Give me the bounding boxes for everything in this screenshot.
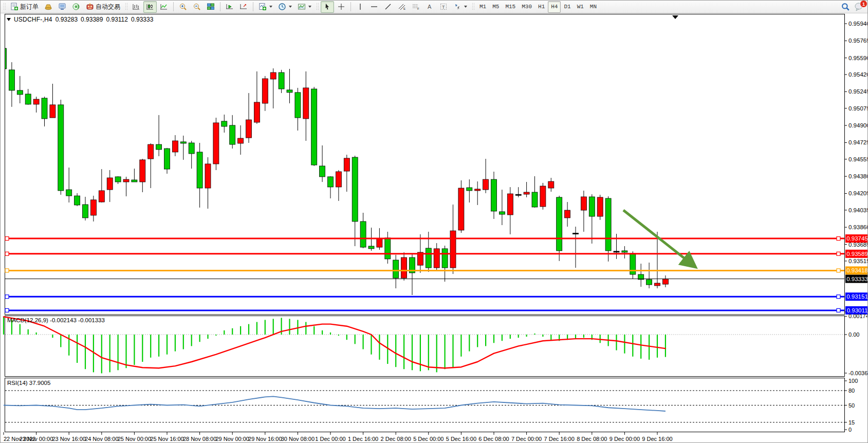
candle-body[interactable] [189, 143, 194, 154]
candle-body[interactable] [352, 157, 358, 222]
candle-body[interactable] [475, 189, 481, 191]
auto-scroll-button[interactable] [223, 1, 236, 13]
metaeditor-button[interactable] [42, 1, 55, 13]
line-handle[interactable] [837, 269, 840, 272]
candle-body[interactable] [434, 249, 439, 268]
candle-body[interactable] [515, 194, 521, 195]
candle-body[interactable] [507, 194, 513, 215]
tile-windows-button[interactable] [204, 1, 217, 13]
candle-body[interactable] [140, 160, 145, 182]
candle-body[interactable] [33, 99, 39, 104]
timeframe-button-h1[interactable]: H1 [535, 1, 548, 13]
line-handle[interactable] [5, 269, 9, 272]
candle-body[interactable] [156, 144, 162, 150]
line-handle[interactable] [837, 252, 840, 255]
candle-body[interactable] [262, 79, 268, 103]
line-chart-type-button[interactable] [157, 1, 171, 13]
candle-body[interactable] [328, 177, 334, 187]
line-handle[interactable] [837, 308, 840, 312]
candle-body[interactable] [597, 197, 603, 216]
chart-shift-button[interactable] [237, 1, 250, 13]
candle-body[interactable] [213, 123, 219, 164]
chart-window[interactable]: USDCHF-,H4 0.93283 0.93389 0.93112 0.933… [1, 13, 868, 443]
candle-body[interactable] [90, 200, 96, 215]
candle-body[interactable] [83, 205, 88, 218]
candle-body[interactable] [491, 179, 497, 211]
timeframe-button-m1[interactable]: M1 [476, 1, 489, 13]
terminal-button[interactable] [56, 1, 69, 13]
candle-body[interactable] [295, 93, 301, 118]
fibonacci-tool-button[interactable]: F [409, 1, 422, 13]
horizontal-line-tool-button[interactable] [367, 1, 381, 13]
market-watch-button[interactable] [69, 1, 83, 13]
candle-body[interactable] [17, 90, 23, 95]
timeframe-button-h4[interactable]: H4 [548, 1, 561, 13]
candle-body[interactable] [368, 246, 374, 249]
candle-body[interactable] [573, 233, 579, 234]
candlestick-chart-type-button[interactable] [143, 1, 157, 13]
candle-body[interactable] [9, 70, 14, 90]
timeframe-button-m15[interactable]: M15 [502, 1, 519, 13]
templates-button[interactable] [295, 1, 314, 13]
candle-body[interactable] [426, 248, 431, 268]
timeframe-button-mn[interactable]: MN [587, 1, 600, 13]
indicators-button[interactable] [256, 1, 275, 13]
candle-body[interactable] [385, 238, 391, 259]
crosshair-tool-button[interactable] [335, 1, 348, 13]
candle-body[interactable] [336, 172, 341, 187]
candle-body[interactable] [115, 177, 121, 182]
candle-body[interactable] [655, 283, 660, 286]
candle-body[interactable] [238, 138, 244, 143]
candle-body[interactable] [548, 181, 554, 188]
candle-body[interactable] [458, 188, 464, 230]
candle-body[interactable] [483, 179, 489, 190]
candle-body[interactable] [532, 192, 538, 207]
candle-body[interactable] [614, 251, 619, 252]
candle-body[interactable] [132, 180, 137, 182]
candle-body[interactable] [344, 158, 349, 171]
candle-body[interactable] [66, 190, 72, 196]
chart-canvas[interactable]: 0.959400.957650.955900.954200.952450.950… [1, 13, 868, 443]
search-icon[interactable] [841, 2, 850, 11]
line-handle[interactable] [5, 295, 9, 299]
candle-body[interactable] [164, 149, 170, 169]
timeframe-button-w1[interactable]: W1 [574, 1, 587, 13]
zoom-out-button[interactable] [190, 1, 204, 13]
line-handle[interactable] [5, 308, 9, 312]
candle-body[interactable] [287, 90, 292, 93]
timeframe-button-d1[interactable]: D1 [561, 1, 574, 13]
timeframe-button-m5[interactable]: M5 [489, 1, 502, 13]
candle-body[interactable] [557, 197, 562, 251]
candle-body[interactable] [58, 105, 64, 191]
candle-body[interactable] [180, 142, 186, 143]
notifications-button[interactable]: 1 [854, 2, 864, 11]
candle-body[interactable] [393, 260, 399, 278]
text-tool-button[interactable]: A [423, 1, 436, 13]
candle-body[interactable] [589, 197, 595, 216]
timeframe-button-m30[interactable]: M30 [519, 1, 535, 13]
candle-body[interactable] [246, 120, 252, 138]
candle-body[interactable] [401, 257, 407, 278]
bar-chart-type-button[interactable] [130, 1, 143, 13]
candle-body[interactable] [320, 166, 325, 177]
candle-body[interactable] [662, 279, 668, 284]
line-handle[interactable] [5, 237, 9, 241]
candle-body[interactable] [442, 249, 448, 268]
candle-body[interactable] [42, 98, 47, 119]
candle-body[interactable] [377, 238, 382, 247]
trendline-tool-button[interactable] [381, 1, 395, 13]
candle-body[interactable] [524, 192, 529, 194]
auto-trading-button[interactable]: 自动交易 [83, 1, 123, 13]
candle-body[interactable] [279, 72, 284, 89]
candle-body[interactable] [581, 197, 586, 210]
candle-body[interactable] [75, 196, 80, 205]
candle-body[interactable] [172, 141, 178, 152]
candle-body[interactable] [197, 152, 202, 188]
candle-body[interactable] [270, 72, 276, 79]
candle-body[interactable] [467, 188, 472, 191]
candle-body[interactable] [605, 198, 611, 251]
candle-body[interactable] [311, 89, 317, 165]
candle-body[interactable] [499, 212, 505, 214]
text-label-tool-button[interactable]: T [437, 1, 450, 13]
candle-body[interactable] [205, 164, 211, 188]
